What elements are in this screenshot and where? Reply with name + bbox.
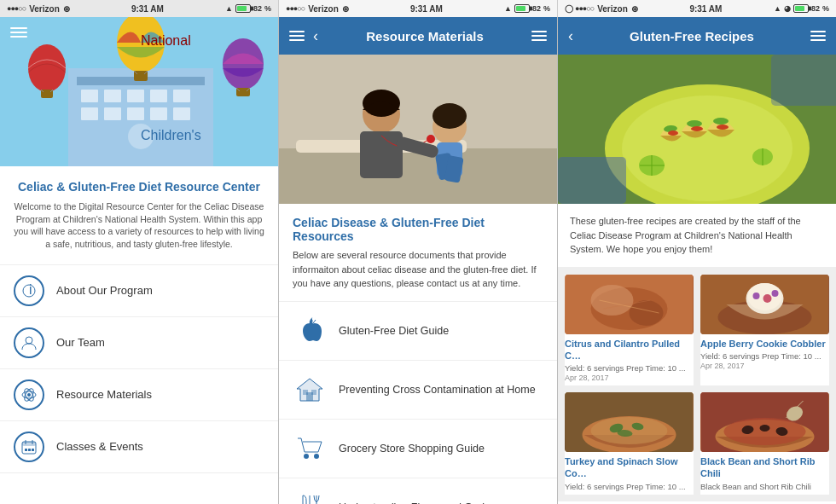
svg-point-77 [717,125,729,130]
svg-rect-10 [127,107,144,120]
menu-label-team: Our Team [56,336,105,349]
atom-icon [20,386,38,403]
panel2-section-title: Celiac Disease & Gluten-Free Diet Resour… [279,204,557,248]
apple-icon [298,317,322,345]
resource-item-guide[interactable]: Gluten-Free Diet Guide [279,302,557,361]
recipe-prep-cobbler: Prep Time: 10 ... [762,351,821,361]
menu-item-resources[interactable]: Resource Materials [0,369,278,421]
svg-line-57 [313,320,316,323]
svg-rect-41 [28,449,31,451]
cobbler-img [700,275,829,334]
svg-rect-84 [771,55,836,106]
panel2-title: Resource Materials [327,29,523,43]
panel2-right-menu[interactable] [531,31,547,41]
bluetooth-icon-right: ◯ [565,4,573,13]
svg-rect-6 [150,90,167,102]
time-middle: 9:31 AM [410,4,443,14]
time-left: 9:31 AM [131,4,164,14]
citrus-img [565,275,694,334]
recipe-title-blackbean: Black Bean and Short Rib Chili [700,455,829,480]
menu-label-resources: Resource Materials [56,388,152,401]
status-bar-left: ●●●○○ Verizon ⊛ 9:31 AM ▲ 82% [0,0,279,17]
cart-resource-icon [293,432,327,466]
panel2-back-button[interactable]: ‹ [313,27,318,45]
battery-middle [514,4,530,13]
svg-point-73 [668,130,678,136]
panel3-back-button[interactable]: ‹ [568,27,573,45]
svg-point-64 [314,454,319,459]
recipe-card-blackbean[interactable]: Black Bean and Short Rib Chili Black Bea… [700,392,829,495]
recipe-card-cobbler[interactable]: Apple Berry Cookie Cobbler Yield: 6 serv… [700,275,829,386]
info-icon: i [22,284,36,298]
recipe-info-citrus: Citrus and Cilantro Pulled C… Yield: 6 s… [565,334,694,386]
wifi-left: ⊛ [63,4,70,14]
svg-point-87 [591,285,634,316]
carrier-middle: Verizon [308,4,339,14]
battery-left [235,4,251,13]
panel2-description: Below are several resource documents tha… [279,248,557,302]
svg-text:Children's: Children's [141,128,201,142]
svg-rect-24 [236,88,250,96]
svg-point-97 [772,290,779,297]
signal-left: ●●●○○ Verizon ⊛ [7,4,70,14]
location-icon-left: ▲ [225,4,233,13]
recipe-yield-cobbler: Yield: 6 servings [700,351,759,361]
svg-rect-42 [32,449,34,451]
hero-illustration: National Children's [0,17,278,166]
panel3-header: ‹ Gluten-Free Recipes [558,17,836,55]
svg-rect-7 [173,90,190,102]
resource-item-shopping[interactable]: Grocery Store Shopping Guide [279,420,557,478]
battery-pct-left: 82 [253,4,262,13]
status-bar-right: ◯ ●●●○○ Verizon ⊛ 9:31 AM ▲ ◕ 82% [558,0,836,17]
panel1-hamburger-menu[interactable] [10,27,27,38]
fork-resource-icon [293,490,327,505]
svg-point-31 [26,337,32,344]
panel3-content-area: These gluten-free recipes are created by… [558,204,836,504]
svg-point-55 [427,135,435,143]
recipe-yield-turkey: Yield: 6 servings [565,482,624,491]
menu-item-classes[interactable]: Classes & Events [0,421,278,473]
signal-dots-right: ●●●○○ [575,4,594,13]
recipe-image-blackbean [700,392,829,452]
recipe-yield-citrus: Yield: 6 servings [565,363,624,373]
classes-icon [14,432,44,462]
battery-pct-middle: 82 [532,4,541,13]
menu-label-classes: Classes & Events [56,440,143,453]
svg-point-96 [763,294,772,303]
recipe-card-turkey[interactable]: Turkey and Spinach Slow Co… Yield: 6 ser… [565,392,694,495]
signal-dots-left: ●●●○○ [7,4,26,13]
svg-rect-4 [104,90,121,102]
panel2-hamburger[interactable] [289,31,305,41]
svg-rect-62 [311,390,316,395]
panel3-recipes: ‹ Gluten-Free Recipes [558,17,836,504]
calendar-icon [20,438,38,455]
panel3-illustration [558,55,836,204]
resource-item-crosscontam[interactable]: Preventing Cross Contamination at Home [279,361,557,420]
menu-item-team[interactable]: Our Team [0,317,278,369]
svg-rect-54 [360,131,403,178]
app-title: Celiac & Gluten-Free Diet Resource Cente… [14,180,264,194]
blackbean-img [700,392,829,452]
recipe-card-citrus[interactable]: Citrus and Cilantro Pulled C… Yield: 6 s… [565,275,694,386]
panel3-menu[interactable] [810,31,826,41]
svg-rect-8 [81,107,98,120]
wifi-middle: ⊛ [342,4,349,14]
resources-icon [14,379,44,410]
panel1-home: National Children's Celiac & Gluten-Free… [0,17,279,504]
recipe-title-turkey: Turkey and Spinach Slow Co… [565,455,694,480]
svg-point-71 [622,96,792,201]
svg-point-35 [27,393,31,397]
menu-item-about[interactable]: i About Our Program [0,265,278,317]
svg-text:i: i [29,284,32,297]
resource-item-flours[interactable]: Understanding Flours and Grains [279,478,557,505]
panel1-intro-section: Celiac & Gluten-Free Diet Resource Cente… [0,166,278,265]
svg-point-75 [691,126,703,131]
svg-rect-45 [279,148,557,204]
svg-rect-3 [81,90,98,102]
status-bars-row: ●●●○○ Verizon ⊛ 9:31 AM ▲ 82% ●●●○○ Veri… [0,0,836,17]
resource-label-guide: Gluten-Free Diet Guide [339,325,449,337]
svg-text:National: National [141,33,191,48]
recipe-image-citrus [565,275,694,334]
battery-pct-right: 82 [811,4,820,13]
recipe-meta-citrus: Yield: 6 servings Prep Time: 10 ... [565,363,694,373]
